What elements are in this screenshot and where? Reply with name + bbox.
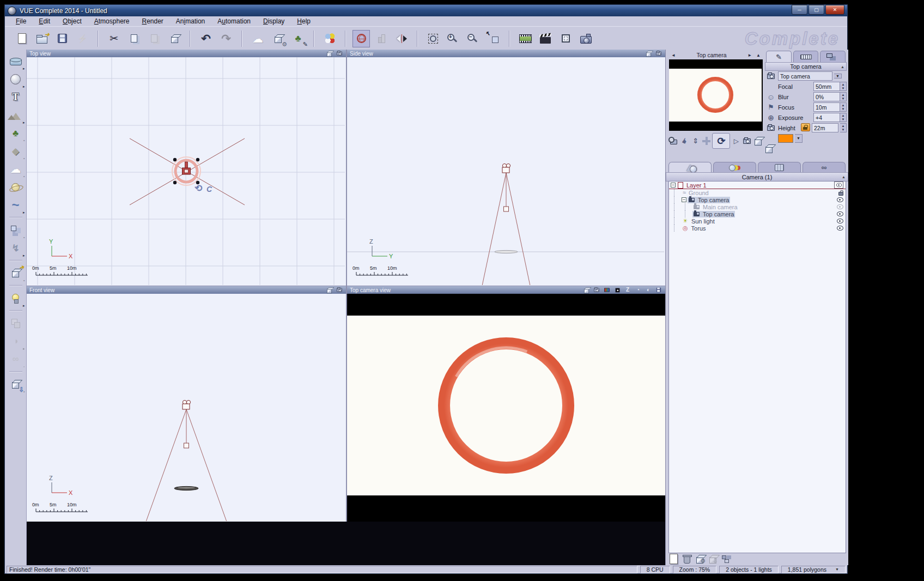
tree-item-ground-1[interactable]: ≈Ground — [669, 189, 846, 196]
copy-icon[interactable] — [126, 31, 142, 47]
viewport-header[interactable]: Side view — [347, 50, 665, 57]
visibility-all-icon[interactable] — [834, 181, 843, 189]
render-canvas[interactable] — [347, 294, 665, 522]
tab-objects[interactable] — [668, 162, 712, 172]
menu-display[interactable]: Display — [259, 17, 293, 26]
status-segment-3[interactable]: 1,851 polygons▼ — [781, 566, 846, 573]
tree-item-main-camera-3[interactable]: Main camera — [669, 203, 846, 210]
collapse-icon[interactable]: ▲ — [754, 53, 763, 58]
display-options-icon[interactable] — [645, 50, 652, 57]
menu-file[interactable]: File — [11, 17, 34, 26]
quick-render-save-icon[interactable]: ⚡ — [74, 31, 90, 47]
preview-cube-icon[interactable] — [765, 144, 773, 153]
open-scene-icon[interactable] — [34, 31, 50, 47]
world-browser-icon[interactable] — [353, 31, 369, 47]
wind-tool[interactable]: ↯▸ — [8, 240, 24, 256]
hierarchy-icon[interactable] — [721, 554, 731, 564]
camera-small-icon[interactable] — [742, 136, 752, 146]
group-tool[interactable] — [8, 315, 24, 331]
tree-item-torus-6[interactable]: ◎Torus — [669, 225, 846, 232]
import-object-tool[interactable]: ➜▫ — [8, 265, 24, 281]
focus-handle[interactable] — [184, 443, 189, 448]
zoom-in-icon[interactable]: + — [445, 31, 461, 47]
statistics-icon[interactable] — [373, 31, 390, 47]
menu-animation[interactable]: Animation — [172, 17, 213, 26]
lock-icon[interactable] — [838, 192, 843, 196]
color-swatch[interactable] — [778, 134, 793, 143]
aim-camera-icon[interactable]: ▷ — [731, 136, 741, 146]
edit-object-icon[interactable]: ⚙ — [695, 554, 704, 564]
tree-item-layer-1-0[interactable]: −Layer 1 — [669, 181, 846, 189]
menu-atmosphere[interactable]: Atmosphere — [90, 17, 138, 26]
pan-view-icon[interactable]: ☛ — [680, 136, 690, 146]
color-dropdown-icon[interactable]: ▼ — [795, 134, 803, 143]
camera-preview-thumbnail[interactable] — [669, 59, 763, 131]
z-buffer-icon[interactable]: Z — [624, 287, 631, 293]
scatter-tool[interactable]: ▫ — [8, 222, 24, 238]
new-scene-icon[interactable] — [14, 31, 30, 47]
mirror-object-icon[interactable] — [393, 31, 410, 47]
top-view-canvas[interactable]: ⟲ C Y X 0m 5m 10m — [27, 57, 345, 285]
height-lock-button[interactable] — [801, 123, 810, 131]
render-timer-icon[interactable]: ◔ — [634, 287, 642, 293]
viewport-header[interactable]: Front view — [27, 286, 346, 294]
dropdown-arrow-icon[interactable]: ▼ — [835, 567, 839, 571]
move-dpad-icon[interactable] — [702, 136, 712, 146]
redo-icon[interactable]: ↷ — [218, 31, 234, 47]
expander-icon[interactable]: − — [682, 197, 686, 202]
contrast-icon[interactable]: ◐ — [645, 287, 652, 293]
viewport-front-view[interactable]: Front view Z — [27, 286, 346, 522]
terrain-tool[interactable]: ▸ — [8, 107, 24, 123]
minimize-button[interactable]: ─ — [792, 5, 807, 15]
property-value-height[interactable]: 22m — [812, 123, 838, 132]
spinner[interactable]: ▲▼ — [840, 123, 847, 132]
menu-edit[interactable]: Edit — [34, 17, 58, 26]
preview-zoom-icon[interactable] — [669, 136, 679, 146]
prev-camera-icon[interactable]: ◄ — [669, 53, 678, 58]
metaball-tool[interactable]: ∞▫ — [8, 351, 24, 367]
move-updown-icon[interactable]: ⇕ — [691, 136, 701, 146]
tree-item-top-camera-2[interactable]: −Top camera — [669, 196, 846, 203]
side-view-canvas[interactable]: Z Y 0m 5m 10m — [347, 57, 664, 285]
property-value-focal[interactable]: 50mm — [813, 82, 840, 91]
boolean-tool[interactable]: ◑▸ — [8, 333, 24, 349]
material-editor-icon[interactable] — [321, 31, 338, 47]
viewport-side-view[interactable]: Side view Z — [347, 50, 665, 286]
view-camera-icon[interactable] — [336, 50, 343, 57]
menu-automation[interactable]: Automation — [213, 17, 259, 26]
status-segment-1[interactable]: Zoom : 75% — [673, 566, 717, 573]
save-scene-icon[interactable] — [54, 31, 70, 47]
collapse-icon[interactable]: ▲ — [842, 175, 846, 179]
light-tool[interactable]: ▸ — [8, 290, 24, 306]
tree-item-top-camera-4[interactable]: Top camera — [669, 210, 846, 217]
render-animation-icon[interactable] — [517, 31, 533, 47]
spinner[interactable]: ▲▼ — [840, 113, 847, 122]
tab-links[interactable]: ∞ — [803, 162, 846, 172]
display-options-icon[interactable] — [582, 287, 590, 293]
rotate-view-icon[interactable]: ⟳ — [712, 133, 730, 149]
camera-select[interactable]: Top camera — [778, 71, 832, 81]
visibility-icon[interactable] — [837, 197, 843, 202]
fit-view-icon[interactable] — [485, 31, 502, 47]
drop-object-icon[interactable]: ⇩ — [708, 554, 718, 564]
visibility-icon[interactable] — [837, 219, 843, 223]
visibility-icon[interactable] — [837, 211, 843, 216]
tab-camera-links[interactable] — [820, 51, 846, 62]
cut-icon[interactable]: ✂ — [106, 31, 122, 47]
save-render-icon[interactable] — [655, 287, 662, 293]
delete-object-icon[interactable] — [682, 554, 691, 564]
plant-tool[interactable]: ♣▫ — [8, 125, 24, 141]
tab-materials[interactable] — [713, 162, 756, 172]
drop-object-tool[interactable]: ⇩▫ — [8, 376, 24, 392]
plant-editor-icon[interactable]: ♣✎ — [290, 31, 306, 47]
view-camera-icon[interactable] — [655, 50, 662, 57]
zoom-region-icon[interactable] — [425, 31, 441, 47]
cloud-tool[interactable]: ☁▫ — [8, 161, 24, 177]
torus-side[interactable] — [495, 250, 518, 253]
text-tool[interactable]: T — [8, 89, 24, 105]
front-view-canvas[interactable]: Z X 0m 5m 10m — [27, 294, 345, 521]
new-layer-icon[interactable] — [669, 554, 678, 564]
rock-tool[interactable]: ◆▫ — [8, 143, 24, 159]
visibility-icon[interactable] — [837, 204, 843, 209]
view-camera-icon[interactable] — [593, 287, 600, 293]
